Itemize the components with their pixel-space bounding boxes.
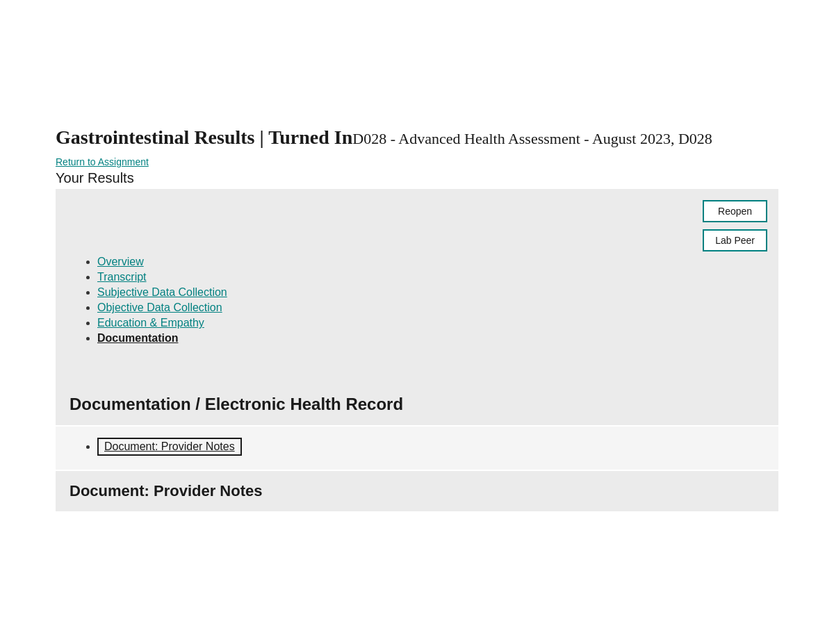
document-title-section: Document: Provider Notes bbox=[56, 471, 778, 511]
provider-notes-link[interactable]: Document: Provider Notes bbox=[97, 438, 242, 456]
action-buttons: Reopen Lab Peer bbox=[703, 200, 767, 251]
nav-link-education[interactable]: Education & Empathy bbox=[97, 317, 204, 329]
lab-peer-button[interactable]: Lab Peer bbox=[703, 229, 767, 251]
page-container: Gastrointestinal Results | Turned InD028… bbox=[0, 0, 834, 539]
nav-list: Overview Transcript Subjective Data Coll… bbox=[70, 256, 764, 345]
nav-item-documentation[interactable]: Documentation bbox=[97, 332, 764, 345]
return-to-assignment-link[interactable]: Return to Assignment bbox=[56, 156, 149, 167]
main-content-box: Reopen Lab Peer Overview Transcript Subj… bbox=[56, 189, 778, 383]
nav-item-education[interactable]: Education & Empathy bbox=[97, 317, 764, 329]
documentation-section-title: Documentation / Electronic Health Record bbox=[70, 395, 764, 414]
nav-link-subjective[interactable]: Subjective Data Collection bbox=[97, 286, 227, 298]
your-results-label: Your Results bbox=[56, 170, 778, 186]
title-bold: Gastrointestinal Results | Turned In bbox=[56, 126, 352, 148]
nav-link-documentation[interactable]: Documentation bbox=[97, 332, 178, 344]
title-normal: D028 - Advanced Health Assessment - Augu… bbox=[352, 130, 712, 147]
nav-item-transcript[interactable]: Transcript bbox=[97, 271, 764, 283]
provider-notes-sub-section: Document: Provider Notes bbox=[56, 427, 778, 470]
nav-link-objective[interactable]: Objective Data Collection bbox=[97, 302, 222, 313]
document-title: Document: Provider Notes bbox=[70, 482, 764, 500]
nav-item-overview[interactable]: Overview bbox=[97, 256, 764, 268]
reopen-button[interactable]: Reopen bbox=[703, 200, 767, 222]
page-title: Gastrointestinal Results | Turned InD028… bbox=[56, 125, 778, 150]
nav-item-objective[interactable]: Objective Data Collection bbox=[97, 302, 764, 314]
sub-nav-list: Document: Provider Notes bbox=[83, 438, 764, 456]
sub-nav-item-provider-notes[interactable]: Document: Provider Notes bbox=[97, 438, 764, 456]
page-title-area: Gastrointestinal Results | Turned InD028… bbox=[56, 125, 778, 150]
documentation-section: Documentation / Electronic Health Record bbox=[56, 383, 778, 425]
nav-link-transcript[interactable]: Transcript bbox=[97, 271, 147, 283]
nav-link-overview[interactable]: Overview bbox=[97, 256, 144, 267]
nav-item-subjective[interactable]: Subjective Data Collection bbox=[97, 286, 764, 299]
